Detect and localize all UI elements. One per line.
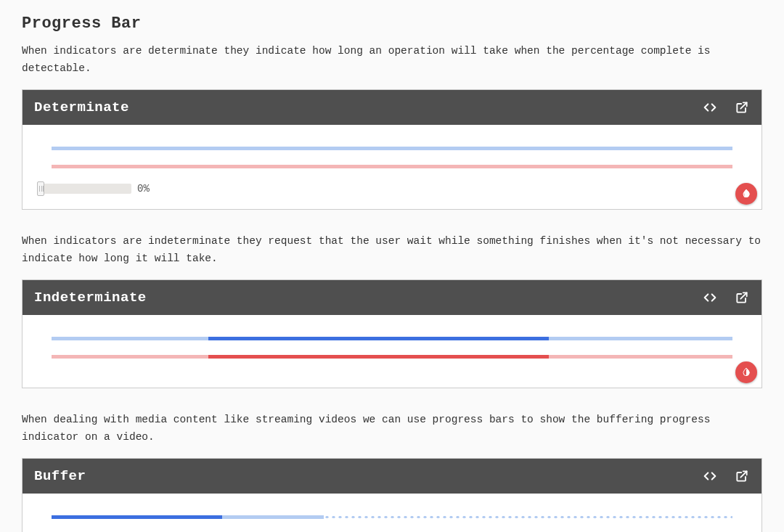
open-in-new-icon[interactable]	[734, 290, 750, 306]
buffer-dots	[324, 515, 732, 519]
card-body	[23, 494, 761, 532]
card-header: Indeterminate	[23, 280, 761, 315]
code-icon[interactable]	[702, 290, 718, 306]
buffer-card: Buffer	[22, 458, 762, 532]
card-title: Buffer	[34, 468, 702, 484]
header-actions	[702, 468, 750, 484]
progress-bar-primary-determinate	[52, 147, 732, 150]
progress-segment	[208, 337, 549, 340]
buffer-description: When dealing with media content like str…	[22, 412, 762, 446]
value-slider-row: 0%	[37, 183, 747, 195]
header-actions	[702, 290, 750, 306]
open-in-new-icon[interactable]	[734, 99, 750, 115]
code-icon[interactable]	[702, 99, 718, 115]
card-title: Determinate	[34, 99, 702, 115]
slider-thumb[interactable]	[37, 181, 44, 196]
progress-segment	[208, 355, 549, 359]
indeterminate-card: Indeterminate	[22, 279, 762, 388]
determinate-description: When indicators are determinate they ind…	[22, 43, 762, 78]
value-slider[interactable]	[37, 184, 131, 194]
invert-colors-button[interactable]	[735, 183, 757, 205]
slider-value-label: 0%	[137, 183, 150, 195]
header-actions	[702, 99, 750, 115]
progress-bar-accent-determinate	[52, 165, 732, 168]
card-title: Indeterminate	[34, 290, 702, 306]
code-icon[interactable]	[702, 468, 718, 484]
progress-bar-primary-buffer	[52, 515, 732, 519]
determinate-card: Determinate 0%	[22, 89, 762, 210]
card-header: Buffer	[23, 459, 761, 494]
progress-bar-primary-indeterminate	[52, 337, 732, 340]
progress-bar-accent-indeterminate	[52, 355, 732, 359]
page-title: Progress Bar	[22, 15, 762, 33]
card-header: Determinate	[23, 90, 761, 125]
indeterminate-description: When indicators are indeterminate they r…	[22, 233, 762, 268]
card-body	[23, 315, 761, 388]
invert-colors-button[interactable]	[735, 361, 757, 383]
buffer-value	[52, 515, 222, 519]
open-in-new-icon[interactable]	[734, 468, 750, 484]
card-body: 0%	[23, 125, 761, 209]
